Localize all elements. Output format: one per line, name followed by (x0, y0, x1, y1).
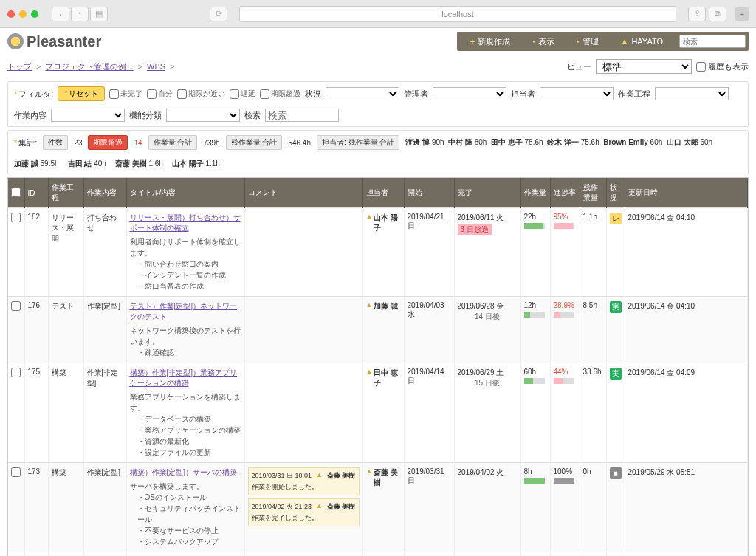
history-checkbox[interactable] (696, 62, 706, 72)
menu-user[interactable]: HAYATO (611, 37, 673, 46)
filter-search-input[interactable] (265, 109, 339, 122)
table-row[interactable]: 175 構築 作業[非定型] 構築）作業[非定型]）業務アプリケーションの構築業… (8, 363, 748, 463)
cell-start: 2019/04/26 金 (404, 552, 454, 557)
cell-start: 2019/04/14 日 (404, 363, 454, 463)
menu-new[interactable]: 新規作成 (460, 36, 520, 47)
crumb-wbs[interactable]: WBS (147, 62, 165, 71)
filter-process-label: 作業工程 (618, 89, 650, 100)
col-status[interactable]: 状況 (606, 178, 625, 208)
filter-bar: フィルタ: リセット 未完了 自分 期限が近い 遅延 期限超過 状況 管理者 担… (7, 81, 749, 127)
table-row[interactable]: 184 リリース・展開 作業[非定型] リリース・展開）作業[非定型]）本番切り… (8, 552, 748, 557)
col-progress[interactable]: 進捗率 (550, 178, 580, 208)
crumb-project[interactable]: プロジェクト管理の例... (45, 61, 133, 72)
status-badge: 実 (610, 368, 622, 380)
cell-id: 173 (24, 463, 48, 552)
filter-overdue[interactable]: 期限超過 (260, 89, 300, 99)
filter-incomplete[interactable]: 未完了 (109, 89, 142, 99)
cell-assignee: ▲田中 恵子 (362, 363, 404, 463)
cell-remaining: 1.1h (580, 208, 606, 297)
history-toggle[interactable]: 履歴も表示 (696, 61, 749, 72)
menu-view[interactable]: 表示 (522, 36, 565, 47)
title-link[interactable]: リリース・展開）打ち合わせ）サポート体制の確立 (130, 213, 241, 233)
cell-progress: 28.9% (550, 297, 580, 363)
reader-button[interactable]: ⟳ (210, 7, 227, 21)
agg-people-row2: 加藤 誠 59.5h吉田 結 40h斎藤 美樹 1.6h山本 陽子 1.1h (14, 159, 742, 169)
col-id[interactable]: ID (24, 178, 48, 208)
cell-updated: 2019/06/14 金 04:09 (625, 363, 748, 463)
cell-comment: 2019/03/31 日 10:01▲斎藤 美樹作業を開始しました。2019/0… (244, 463, 362, 552)
minimize-window-icon[interactable] (19, 10, 27, 18)
share-icon[interactable]: ⇪ (688, 7, 706, 21)
title-link[interactable]: 構築）作業[非定型]）業務アプリケーションの構築 (130, 368, 241, 388)
col-end[interactable]: 完了 (454, 178, 520, 208)
col-content[interactable]: 作業内容 (83, 178, 126, 208)
logo-icon (7, 33, 24, 49)
reset-button[interactable]: リセット (58, 86, 105, 101)
agg-people: 渡邊 博 90h 中村 隆 80h 田中 恵子 78.6h 鈴木 洋一 75.6… (405, 137, 716, 148)
title-link[interactable]: テスト）作業[定型]）ネットワークのテスト (130, 301, 241, 322)
col-comment[interactable]: コメント (244, 178, 362, 208)
crumb-top[interactable]: トップ (7, 61, 32, 72)
cell-updated: 2019/05/27 月 05:12 (625, 552, 748, 557)
cell-progress: 44% (550, 363, 580, 463)
cell-assignee: ▲加藤 誠 (362, 297, 404, 363)
filter-delay[interactable]: 遅延 (230, 89, 255, 99)
col-work[interactable]: 作業量 (520, 178, 550, 208)
col-start[interactable]: 開始 (404, 178, 454, 208)
cell-remaining: 0h (580, 463, 606, 552)
cell-process: リリース・展開 (48, 208, 83, 297)
cell-id: 184 (24, 552, 48, 557)
filter-category-select[interactable] (166, 109, 240, 122)
cell-comment (244, 363, 362, 463)
cell-end: 2019/04/02 火 (454, 463, 520, 552)
user-icon: ▲ (366, 301, 373, 309)
title-link[interactable]: 構築）作業[定型]）サーバの構築 (130, 467, 241, 478)
user-icon: ▲ (366, 467, 373, 475)
cell-comment (244, 297, 362, 363)
table-row[interactable]: 173 構築 作業[定型] 構築）作業[定型]）サーバの構築サーバを構築します。… (8, 463, 748, 552)
back-button[interactable]: ‹ (52, 7, 69, 21)
row-checkbox[interactable] (11, 467, 21, 477)
cell-progress: 0% (550, 552, 580, 557)
logo[interactable]: Pleasanter (7, 33, 101, 50)
row-checkbox[interactable] (11, 213, 21, 222)
status-badge: 実 (610, 301, 622, 313)
new-tab-button[interactable]: + (735, 7, 749, 21)
filter-category-label: 機能分類 (129, 110, 162, 121)
cell-work: 60h (520, 363, 550, 463)
col-assignee[interactable]: 担当者 (362, 178, 404, 208)
row-checkbox[interactable] (11, 368, 21, 377)
close-window-icon[interactable] (7, 10, 15, 18)
agg-remain: 546.4h (288, 139, 311, 147)
filter-manager-label: 管理者 (404, 89, 428, 100)
filter-process-select[interactable] (655, 87, 729, 100)
maximize-window-icon[interactable] (31, 10, 38, 18)
col-checkbox[interactable] (8, 178, 24, 208)
sidebar-button[interactable]: ▤ (90, 7, 108, 21)
filter-near-deadline[interactable]: 期限が近い (177, 89, 225, 99)
filter-content-select[interactable] (51, 109, 125, 122)
tabs-icon[interactable]: ⧉ (709, 7, 726, 21)
view-select[interactable]: 標準 (596, 59, 692, 74)
col-process[interactable]: 作業工程 (48, 178, 83, 208)
cell-remaining: 48h (580, 552, 606, 557)
row-checkbox[interactable] (11, 301, 21, 311)
cell-title: 構築）作業[非定型]）業務アプリケーションの構築業務アプリケーションを構築します… (126, 363, 244, 463)
table-row[interactable]: 182 リリース・展開 打ち合わせ リリース・展開）打ち合わせ）サポート体制の確… (8, 208, 748, 297)
table-row[interactable]: 176 テスト 作業[定型] テスト）作業[定型]）ネットワークのテストネットワ… (8, 297, 748, 363)
menu-manage[interactable]: 管理 (566, 36, 609, 47)
col-updated[interactable]: 更新日時 (625, 178, 748, 208)
url-bar[interactable]: localhost (239, 6, 676, 22)
filter-manager-select[interactable] (433, 87, 506, 100)
header-search-input[interactable] (679, 35, 746, 48)
filter-status-select[interactable] (326, 87, 399, 100)
cell-status: 実 (606, 552, 625, 557)
filter-own[interactable]: 自分 (147, 89, 173, 99)
forward-button[interactable]: › (71, 7, 89, 21)
col-title[interactable]: タイトル/内容 (126, 178, 244, 208)
filter-assignee-select[interactable] (540, 87, 614, 100)
cell-start: 2019/03/31 日 (404, 463, 454, 552)
cell-work: 22h (520, 208, 550, 297)
view-control: ビュー 標準 履歴も表示 (567, 59, 749, 74)
col-remaining[interactable]: 残作業量 (580, 178, 606, 208)
